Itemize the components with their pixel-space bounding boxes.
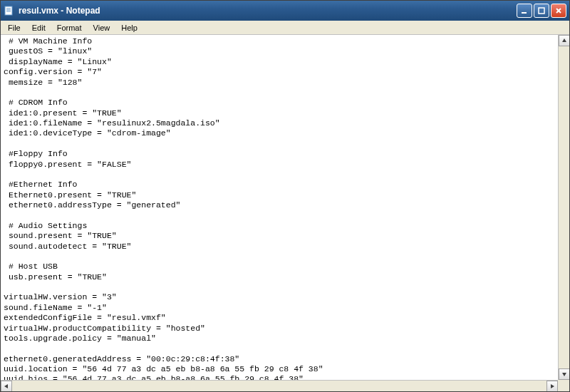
content-area: # VM Machine Info guestOS = "linux" disp… — [1, 35, 569, 391]
notepad-icon — [4, 5, 15, 16]
menu-bar: File Edit Format View Help — [1, 21, 569, 35]
scroll-left-button[interactable] — [1, 381, 12, 392]
svg-rect-0 — [5, 6, 12, 15]
text-editor[interactable]: # VM Machine Info guestOS = "linux" disp… — [1, 35, 558, 380]
menu-file[interactable]: File — [2, 22, 26, 33]
resize-grip[interactable] — [558, 380, 569, 391]
window-title: resul.vmx - Notepad — [19, 6, 517, 16]
menu-help[interactable]: Help — [115, 22, 143, 33]
menu-edit[interactable]: Edit — [26, 22, 51, 33]
minimize-button[interactable] — [517, 4, 532, 18]
maximize-button[interactable] — [534, 4, 549, 18]
horizontal-scrollbar[interactable] — [1, 380, 558, 391]
close-button[interactable] — [551, 4, 566, 18]
vertical-scrollbar[interactable] — [558, 35, 569, 380]
window-buttons — [517, 4, 566, 18]
menu-format[interactable]: Format — [51, 22, 88, 33]
svg-rect-5 — [539, 8, 544, 14]
svg-marker-11 — [551, 384, 554, 388]
scroll-right-button[interactable] — [546, 381, 558, 392]
scroll-down-button[interactable] — [559, 368, 570, 380]
svg-marker-10 — [4, 384, 8, 388]
menu-view[interactable]: View — [88, 22, 116, 33]
window-titlebar: resul.vmx - Notepad — [1, 1, 569, 21]
svg-marker-8 — [562, 38, 566, 42]
svg-marker-9 — [562, 373, 566, 376]
scroll-up-button[interactable] — [559, 35, 570, 46]
